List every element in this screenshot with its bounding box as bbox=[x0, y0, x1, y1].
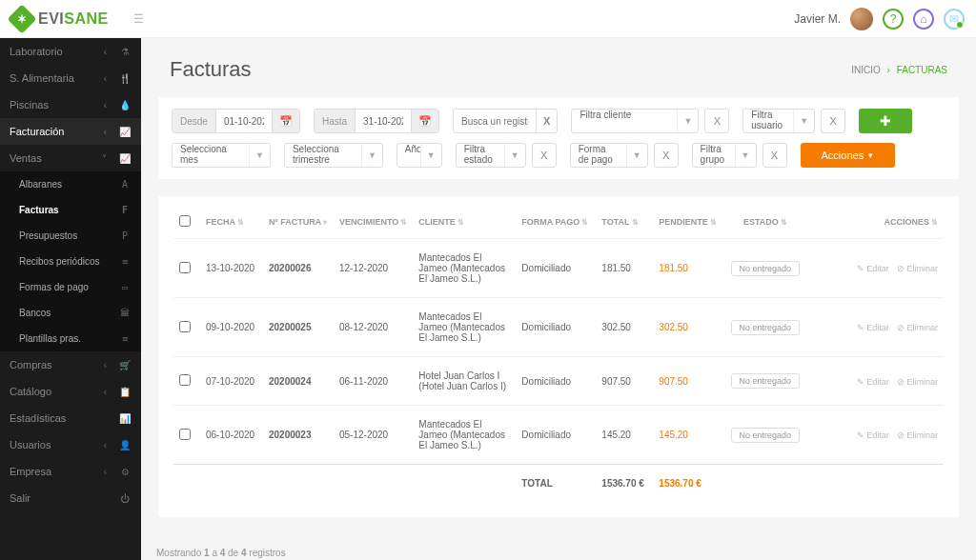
delete-button[interactable]: ⊘ Eliminar bbox=[897, 323, 938, 332]
cell-pending: 302.50 bbox=[653, 298, 722, 357]
sidebar-item-facturacin[interactable]: Facturación‹📈 bbox=[0, 118, 141, 145]
status-badge: No entregado bbox=[731, 261, 801, 276]
clear-search-icon[interactable]: X bbox=[536, 110, 557, 132]
filter-status[interactable]: Filtra estado ▼ bbox=[456, 143, 526, 168]
sidebar-item-laboratorio[interactable]: Laboratorio‹⚗ bbox=[0, 38, 141, 65]
col-venc[interactable]: VENCIMIENTO bbox=[339, 217, 398, 227]
status-badge: No entregado bbox=[731, 373, 801, 389]
status-badge: No entregado bbox=[731, 320, 801, 335]
delete-button[interactable]: ⊘ Eliminar bbox=[897, 264, 938, 273]
date-to-input[interactable] bbox=[356, 110, 411, 132]
actions-button-label: Acciones bbox=[822, 150, 864, 161]
table-row[interactable]: 07-10-2020 20200024 06-11-2020 Hotel Jua… bbox=[173, 357, 944, 406]
home-icon[interactable]: ⌂ bbox=[913, 9, 934, 30]
sidebar-subitem-albaranes[interactable]: AlbaranesA bbox=[0, 171, 141, 197]
sidebar-item-ventas[interactable]: Ventas˅📈 bbox=[0, 145, 141, 171]
cell-pending: 181.50 bbox=[653, 239, 722, 298]
col-num[interactable]: Nº FACTURA bbox=[269, 217, 321, 227]
filter-month[interactable]: Selecciona mes ▼ bbox=[172, 143, 271, 168]
row-checkbox[interactable] bbox=[179, 429, 191, 440]
row-checkbox[interactable] bbox=[179, 374, 191, 386]
sidebar-item-estadsticas[interactable]: Estadísticas📊 bbox=[0, 405, 141, 431]
filter-quarter[interactable]: Selecciona trimestre ▼ bbox=[284, 143, 383, 168]
edit-button[interactable]: ✎ Editar bbox=[857, 430, 889, 440]
help-icon[interactable]: ? bbox=[883, 9, 904, 30]
sidebar-subitem-plantillaspras[interactable]: Plantillas pras.≡ bbox=[0, 326, 141, 351]
cell-pending: 145.20 bbox=[653, 406, 722, 465]
chevron-down-icon: ▼ bbox=[504, 144, 525, 167]
clear-payment-icon[interactable]: X bbox=[654, 143, 679, 168]
power-icon: ⏻ bbox=[118, 493, 132, 504]
filter-group[interactable]: Filtra grupo ▼ bbox=[692, 143, 757, 168]
topbar: ✶ EVISANE ☰ Javier M. ? ⌂ ✉ bbox=[0, 0, 976, 38]
cell-fp: Domiciliado bbox=[516, 406, 596, 465]
edit-button[interactable]: ✎ Editar bbox=[857, 323, 889, 332]
clear-client-icon[interactable]: X bbox=[704, 109, 729, 133]
cell-total: 302.50 bbox=[596, 298, 653, 357]
add-button[interactable]: ✚ bbox=[859, 109, 912, 133]
row-checkbox[interactable] bbox=[179, 321, 191, 332]
filter-client[interactable]: Filtra cliente ▼ bbox=[571, 109, 699, 133]
breadcrumb-home[interactable]: INICIO bbox=[851, 65, 881, 75]
delete-button[interactable]: ⊘ Eliminar bbox=[897, 377, 938, 387]
sidebar-subitem-label: Formas de pago bbox=[19, 282, 89, 292]
logo[interactable]: ✶ EVISANE ☰ bbox=[11, 9, 144, 30]
sidebar-subitem-formasdepago[interactable]: Formas de pago▭ bbox=[0, 274, 141, 300]
cell-cliente: Mantecados El Jameo (Mantecados El Jameo… bbox=[413, 239, 516, 298]
cart-icon: 🛒 bbox=[118, 360, 132, 370]
table-row[interactable]: 13-10-2020 20200026 12-12-2020 Mantecado… bbox=[173, 239, 944, 298]
actions-button[interactable]: Acciones▼ bbox=[801, 143, 896, 168]
select-all-checkbox[interactable] bbox=[179, 215, 191, 227]
chevron-down-icon: ▼ bbox=[249, 144, 270, 167]
brand-left: EVI bbox=[38, 10, 64, 27]
hamburger-icon[interactable]: ☰ bbox=[133, 12, 144, 26]
row-checkbox[interactable] bbox=[179, 262, 191, 273]
sidebar-item-piscinas[interactable]: Piscinas‹💧 bbox=[0, 91, 141, 118]
edit-button[interactable]: ✎ Editar bbox=[857, 264, 889, 273]
date-from-input[interactable] bbox=[216, 110, 272, 132]
sidebar-item-usuarios[interactable]: Usuarios‹👤 bbox=[0, 431, 141, 458]
filter-payment[interactable]: Forma de pago ▼ bbox=[570, 143, 648, 168]
col-fp[interactable]: FORMA PAGO bbox=[521, 217, 580, 227]
sidebar-subitem-facturas[interactable]: FacturasF bbox=[0, 197, 141, 223]
cell-fecha: 09-10-2020 bbox=[200, 298, 263, 357]
sidebar-subitem-bancos[interactable]: Bancos🏛 bbox=[0, 300, 141, 326]
chart-icon: 📈 bbox=[118, 153, 132, 164]
filter-quarter-label: Selecciona trimestre bbox=[285, 144, 361, 167]
table-row[interactable]: 06-10-2020 20200023 05-12-2020 Mantecado… bbox=[173, 406, 944, 465]
col-fecha[interactable]: FECHA bbox=[206, 217, 235, 227]
delete-button[interactable]: ⊘ Eliminar bbox=[897, 430, 938, 440]
sidebar-subitem-presupuestos[interactable]: PresupuestosP bbox=[0, 223, 141, 249]
filter-year[interactable]: Año ▼ bbox=[396, 143, 442, 168]
chat-icon[interactable]: ✉ bbox=[944, 9, 965, 30]
col-pend[interactable]: PENDIENTE bbox=[659, 217, 708, 227]
sidebar-item-label: Usuarios bbox=[10, 439, 51, 450]
sidebar-subitem-recibosperidicos[interactable]: Recibos periódicos≡ bbox=[0, 249, 141, 274]
invoices-table-panel: FECHA⇅ Nº FACTURA▾ VENCIMIENTO⇅ CLIENTE⇅… bbox=[158, 196, 959, 517]
sidebar-item-empresa[interactable]: Empresa‹⚙ bbox=[0, 458, 141, 485]
calendar-icon[interactable]: 📅 bbox=[272, 110, 299, 132]
search-input[interactable] bbox=[454, 110, 536, 132]
edit-button[interactable]: ✎ Editar bbox=[857, 377, 889, 387]
sidebar-item-catlogo[interactable]: Catálogo‹📋 bbox=[0, 378, 141, 405]
clear-status-icon[interactable]: X bbox=[532, 143, 557, 168]
filter-user[interactable]: Filtra usuario ▼ bbox=[742, 109, 815, 133]
user-name[interactable]: Javier M. bbox=[794, 12, 841, 26]
clear-group-icon[interactable]: X bbox=[762, 143, 787, 168]
clear-user-icon[interactable]: X bbox=[821, 109, 845, 133]
avatar[interactable] bbox=[850, 8, 873, 30]
table-row[interactable]: 09-10-2020 20200025 08-12-2020 Mantecado… bbox=[173, 298, 944, 357]
cell-total: 181.50 bbox=[596, 239, 653, 298]
sidebar-item-compras[interactable]: Compras‹🛒 bbox=[0, 351, 141, 378]
chevron-icon: ‹ bbox=[104, 47, 107, 57]
sidebar-subitem-label: Recibos periódicos bbox=[19, 256, 100, 267]
col-estado[interactable]: ESTADO bbox=[743, 217, 779, 227]
search-box: X bbox=[453, 109, 558, 133]
col-cliente[interactable]: CLIENTE bbox=[418, 217, 456, 227]
calendar-icon[interactable]: 📅 bbox=[411, 110, 438, 132]
chevron-icon: ‹ bbox=[104, 127, 107, 137]
sidebar-item-salimentaria[interactable]: S. Alimentaria‹🍴 bbox=[0, 65, 141, 91]
col-acc: ACCIONES bbox=[884, 217, 929, 227]
col-total[interactable]: TOTAL bbox=[601, 217, 629, 227]
sidebar-item-salir[interactable]: Salir⏻ bbox=[0, 485, 141, 511]
